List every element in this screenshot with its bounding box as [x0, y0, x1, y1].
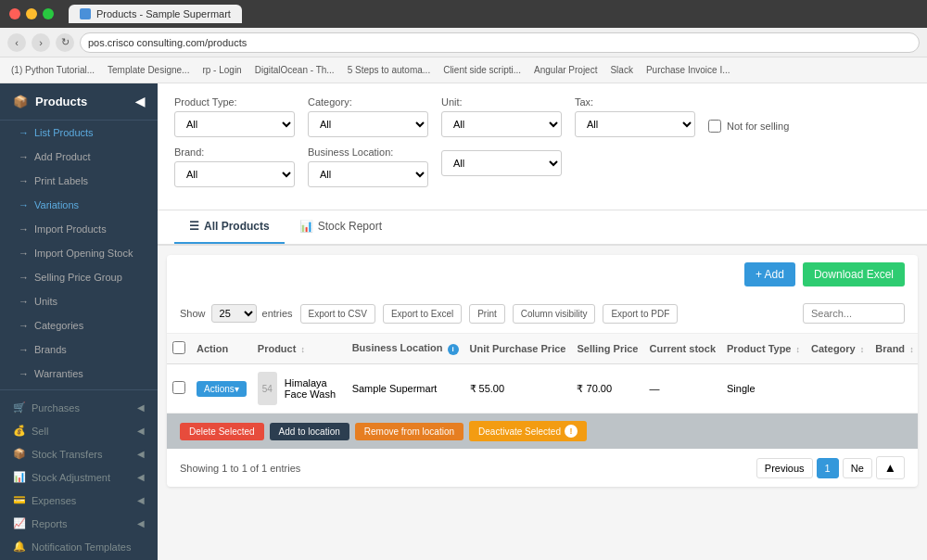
- last-page-button[interactable]: ▲: [876, 456, 905, 479]
- traffic-light-green[interactable]: [43, 8, 54, 19]
- all-products-icon: ☰: [189, 220, 199, 233]
- back-button[interactable]: ‹: [7, 33, 26, 52]
- brand-select[interactable]: All: [174, 161, 295, 187]
- cell-unit-purchase-price: ₹ 55.00: [464, 364, 572, 414]
- sidebar-item-selling-price-group[interactable]: → Selling Price Group: [0, 265, 158, 289]
- sidebar-item-print-labels[interactable]: → Print Labels: [0, 169, 158, 193]
- delete-selected-button[interactable]: Delete Selected: [180, 423, 264, 440]
- remove-from-location-button[interactable]: Remove from location: [355, 423, 464, 440]
- export-pdf-button[interactable]: Export to PDF: [603, 304, 678, 324]
- not-for-selling-label: Not for selling: [727, 121, 789, 132]
- tab-section: ☰ All Products 📊 Stock Report: [158, 210, 927, 246]
- browser-tab[interactable]: Products - Sample Supermart: [69, 5, 242, 23]
- cell-action: Actions▾: [191, 364, 252, 414]
- sidebar-item-import-opening-stock[interactable]: → Import Opening Stock: [0, 241, 158, 265]
- arrow-icon: →: [19, 151, 29, 162]
- col-brand-label: Brand: [875, 343, 905, 354]
- unit-label: Unit:: [441, 96, 562, 108]
- sidebar-item-variations[interactable]: → Variations: [0, 193, 158, 217]
- search-input[interactable]: [803, 303, 905, 324]
- arrow-icon: →: [19, 296, 29, 307]
- sidebar-section-stock-transfers[interactable]: 📦 Stock Transfers ◀: [0, 440, 158, 464]
- add-to-location-button[interactable]: Add to location: [270, 423, 349, 440]
- sidebar-section-sell[interactable]: 💰 Sell ◀: [0, 417, 158, 440]
- sort-icon: ↕: [860, 345, 865, 354]
- tab-stock-report[interactable]: 📊 Stock Report: [285, 210, 397, 244]
- table-row: Actions▾ 54 Himalaya Face Wash: [167, 364, 918, 414]
- previous-page-button[interactable]: Previous: [756, 458, 813, 478]
- sidebar-item-label: Brands: [34, 344, 67, 355]
- add-button[interactable]: + Add: [744, 262, 795, 286]
- product-type-select[interactable]: All Single Variable: [174, 111, 295, 137]
- sidebar-item-list-products[interactable]: → List Products: [0, 121, 158, 145]
- export-excel-button[interactable]: Export to Excel: [383, 304, 462, 324]
- sidebar-item-units[interactable]: → Units: [0, 289, 158, 313]
- actions-button[interactable]: Actions▾: [197, 381, 247, 397]
- filter-row-2: Brand: All Business Location: All All: [174, 146, 910, 187]
- refresh-button[interactable]: ↻: [56, 33, 74, 52]
- sidebar-item-brands[interactable]: → Brands: [0, 337, 158, 362]
- not-for-selling-checkbox[interactable]: [708, 120, 721, 133]
- bookmark-digitalocean[interactable]: DigitalOcean - Th...: [251, 63, 338, 77]
- cell-product-type: Single: [721, 364, 806, 414]
- arrow-icon: →: [19, 199, 29, 210]
- tab-title: Products - Sample Supermart: [96, 8, 231, 19]
- bookmark-template[interactable]: Template Designe...: [104, 63, 193, 77]
- cell-product: 54 Himalaya Face Wash: [252, 364, 347, 414]
- bookmark-rp[interactable]: rp - Login: [198, 63, 245, 77]
- traffic-light-yellow[interactable]: [26, 8, 37, 19]
- filter-business-location: Business Location: All: [308, 146, 428, 187]
- bookmark-slack[interactable]: Slack: [606, 63, 636, 77]
- traffic-light-red[interactable]: [9, 8, 20, 19]
- sidebar-section-label: Expenses: [32, 495, 76, 506]
- download-excel-button[interactable]: Download Excel: [803, 262, 905, 286]
- sidebar-item-label: Selling Price Group: [34, 272, 122, 283]
- bookmark-python[interactable]: (1) Python Tutorial...: [7, 63, 98, 77]
- next-page-button[interactable]: Ne: [843, 458, 872, 478]
- sidebar-section-notification-templates[interactable]: 🔔 Notification Templates: [0, 533, 158, 556]
- sidebar-item-add-product[interactable]: → Add Product: [0, 145, 158, 169]
- page-1-button[interactable]: 1: [817, 458, 839, 478]
- sidebar-item-categories[interactable]: → Categories: [0, 313, 158, 337]
- cell-business-location: Sample Supermart: [347, 364, 464, 414]
- export-csv-button[interactable]: Export to CSV: [300, 304, 375, 324]
- col-product-type-label: Product Type: [727, 343, 791, 354]
- tax-select[interactable]: All: [575, 111, 695, 137]
- print-button[interactable]: Print: [469, 304, 505, 324]
- deactivate-selected-button[interactable]: Deactivate Selected !: [469, 421, 587, 441]
- product-image: 54: [258, 372, 277, 405]
- sidebar-item-import-products[interactable]: → Import Products: [0, 217, 158, 241]
- address-bar[interactable]: pos.crisco consulting.com/products: [80, 32, 920, 53]
- column-visibility-button[interactable]: Column visibility: [513, 304, 596, 324]
- main-content: Product Type: All Single Variable Catego…: [158, 83, 927, 560]
- tab-all-products[interactable]: ☰ All Products: [174, 210, 285, 244]
- unit-select[interactable]: All: [441, 111, 562, 137]
- bookmark-purchase[interactable]: Purchase Invoice I...: [642, 63, 734, 77]
- info-icon: i: [448, 344, 459, 355]
- arrow-icon: →: [19, 248, 29, 259]
- table-toolbar-left: Show 25 50 100 entries Export to CSV Exp…: [180, 304, 678, 324]
- sidebar-section-purchases[interactable]: 🛒 Purchases ◀: [0, 394, 158, 417]
- sidebar-section-settings[interactable]: ⚙ Settings ◀: [0, 556, 158, 560]
- sidebar-section-expenses[interactable]: 💳 Expenses ◀: [0, 487, 158, 510]
- forward-button[interactable]: ›: [32, 33, 50, 52]
- filter-not-for-selling: Not for selling: [708, 115, 789, 137]
- sidebar-section-reports[interactable]: 📈 Reports ◀: [0, 510, 158, 533]
- sidebar-section-stock-adjustment[interactable]: 📊 Stock Adjustment ◀: [0, 464, 158, 487]
- business-location-select[interactable]: All: [308, 161, 428, 187]
- unit2-select[interactable]: All: [441, 150, 562, 176]
- bookmark-client[interactable]: Client side scripti...: [439, 63, 525, 77]
- sidebar-collapse-icon[interactable]: ◀: [135, 95, 145, 108]
- bookmark-angular[interactable]: Angular Project: [530, 63, 601, 77]
- chevron-right-icon: ◀: [137, 449, 145, 459]
- sidebar-section-label: Stock Transfers: [32, 449, 102, 460]
- entries-select[interactable]: 25 50 100: [211, 304, 257, 323]
- bookmark-5steps[interactable]: 5 Steps to automa...: [344, 63, 435, 77]
- category-select[interactable]: All: [308, 111, 428, 137]
- row-checkbox[interactable]: [172, 381, 185, 394]
- select-all-checkbox[interactable]: [172, 341, 185, 354]
- sidebar-item-warranties[interactable]: → Warranties: [0, 362, 158, 386]
- sidebar-icon: 📦: [13, 95, 28, 108]
- sell-icon: 💰: [13, 425, 26, 437]
- table-wrapper: Action Product ↕ Business Location i Uni…: [167, 334, 918, 414]
